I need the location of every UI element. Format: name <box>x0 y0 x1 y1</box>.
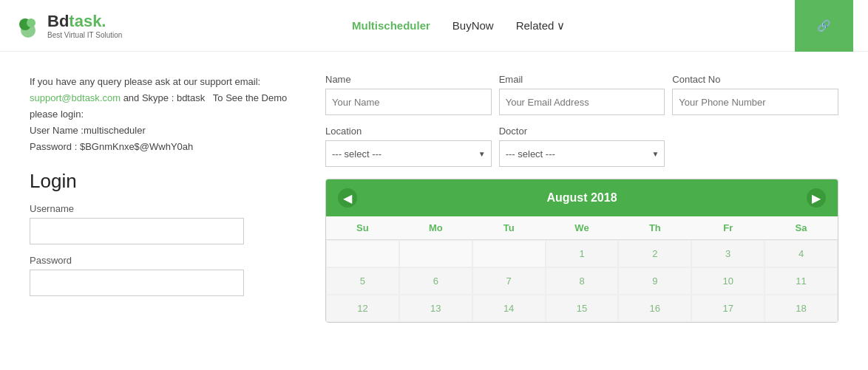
nav-related[interactable]: Related ∨ <box>516 19 566 32</box>
form-row-2: Location --- select --- Doctor --- selec… <box>325 126 838 167</box>
cal-cell[interactable]: 12 <box>326 295 399 322</box>
username-label: Username <box>30 203 296 214</box>
password-input[interactable] <box>30 270 244 296</box>
username-input[interactable] <box>30 218 244 244</box>
logo-tagline: Best Virtual IT Solution <box>47 31 122 39</box>
calendar-month-year: August 2018 <box>546 191 617 205</box>
nav-multischeduler[interactable]: Multischeduler <box>352 19 430 32</box>
cal-cell[interactable]: 9 <box>618 267 691 295</box>
logo-text: Bdtask. Best Virtual IT Solution <box>47 12 122 39</box>
cal-cell[interactable]: 15 <box>546 295 619 322</box>
location-field-group: Location --- select --- <box>325 126 492 167</box>
username-group: Username <box>30 203 296 244</box>
main-content: If you have any query please ask at our … <box>0 52 868 345</box>
cal-prev-button[interactable]: ◀ <box>338 188 357 208</box>
right-panel: Name Email Contact No Location <box>325 74 838 323</box>
cal-cell[interactable]: 18 <box>764 295 838 322</box>
cal-cell[interactable]: 1 <box>546 240 619 267</box>
calendar-days-header: Su Mo Tu We Th Fr Sa <box>326 216 838 240</box>
doctor-select-wrapper: --- select --- <box>499 140 665 167</box>
info-text: If you have any query please ask at our … <box>30 74 296 155</box>
cal-cell[interactable]: 11 <box>764 267 838 295</box>
cal-cell[interactable]: 4 <box>764 240 838 267</box>
cal-cell[interactable]: 14 <box>472 295 546 322</box>
logo: Bdtask. Best Virtual IT Solution <box>15 12 122 39</box>
day-fr: Fr <box>691 216 764 239</box>
day-mo: Mo <box>399 216 472 239</box>
contact-input[interactable] <box>672 89 838 115</box>
contact-label: Contact No <box>672 74 838 85</box>
contact-form: Name Email Contact No Location <box>325 74 838 167</box>
cal-cell[interactable]: 7 <box>472 267 546 295</box>
password-group: Password <box>30 255 296 296</box>
chevron-down-icon: ∨ <box>557 19 565 32</box>
doctor-field-group: Doctor --- select --- <box>499 126 665 167</box>
contact-field-group: Contact No <box>672 74 838 115</box>
cal-cell[interactable]: 6 <box>399 267 472 295</box>
name-label: Name <box>325 74 492 85</box>
support-email-link[interactable]: support@bdtask.com <box>30 92 121 103</box>
email-field-group: Email <box>499 74 665 115</box>
cal-cell[interactable]: 8 <box>546 267 619 295</box>
calendar: ◀ August 2018 ▶ Su Mo Tu We Th Fr Sa 123… <box>325 179 838 323</box>
logo-icon <box>15 13 41 39</box>
calendar-grid: 123456789101112131415161718 <box>326 240 838 322</box>
day-tu: Tu <box>472 216 546 239</box>
nav-buynow[interactable]: BuyNow <box>452 19 494 32</box>
email-label: Email <box>499 74 665 85</box>
day-sa: Sa <box>764 216 838 239</box>
cal-cell <box>472 240 546 267</box>
cal-cell[interactable]: 2 <box>618 240 691 267</box>
cta-icon: 🔗 <box>817 19 831 32</box>
password-info: Password : $BGnmKnxe$@WwhY0ah <box>30 141 193 152</box>
cal-cell[interactable]: 13 <box>399 295 472 322</box>
header: Bdtask. Best Virtual IT Solution Multisc… <box>0 0 868 52</box>
form-row-1: Name Email Contact No <box>325 74 838 115</box>
password-label: Password <box>30 255 296 266</box>
cal-cell[interactable]: 16 <box>618 295 691 322</box>
location-select[interactable]: --- select --- <box>325 140 492 167</box>
location-label: Location <box>325 126 492 137</box>
cal-next-button[interactable]: ▶ <box>807 188 826 208</box>
day-su: Su <box>326 216 399 239</box>
day-th: Th <box>618 216 691 239</box>
cal-cell[interactable]: 10 <box>691 267 764 295</box>
calendar-header: ◀ August 2018 ▶ <box>326 179 838 216</box>
name-input[interactable] <box>325 89 492 115</box>
location-select-wrapper: --- select --- <box>325 140 492 167</box>
cta-button[interactable]: 🔗 <box>795 0 853 52</box>
email-input[interactable] <box>499 89 665 115</box>
doctor-select[interactable]: --- select --- <box>499 140 665 167</box>
cal-cell[interactable]: 17 <box>691 295 764 322</box>
logo-name: Bdtask. <box>47 12 122 31</box>
cal-cell <box>399 240 472 267</box>
left-panel: If you have any query please ask at our … <box>30 74 296 323</box>
name-field-group: Name <box>325 74 492 115</box>
doctor-label: Doctor <box>499 126 665 137</box>
cal-cell[interactable]: 5 <box>326 267 399 295</box>
nav: Multischeduler BuyNow Related ∨ <box>352 19 565 32</box>
username-info: User Name :multischeduler <box>30 125 146 136</box>
cal-cell <box>326 240 399 267</box>
login-section: Login Username Password <box>30 170 296 296</box>
cal-cell[interactable]: 3 <box>691 240 764 267</box>
day-we: We <box>546 216 619 239</box>
svg-point-2 <box>27 18 35 27</box>
login-title: Login <box>30 170 296 193</box>
